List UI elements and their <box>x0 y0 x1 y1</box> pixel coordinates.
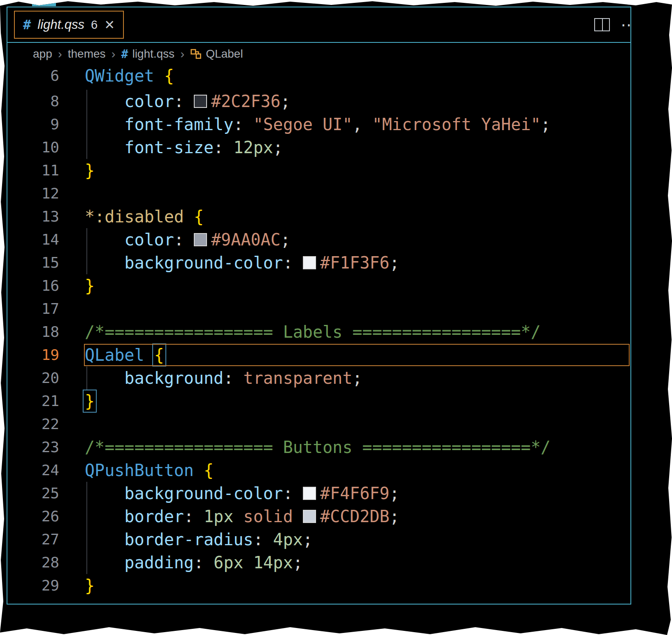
color-swatch[interactable] <box>303 256 316 269</box>
line-number: 9 <box>7 113 68 136</box>
code-line[interactable]: 29} <box>7 574 630 597</box>
sticky-scroll-line[interactable]: 6QWidget { <box>7 65 630 86</box>
hidden-line-gap <box>7 86 630 90</box>
line-number: 10 <box>7 136 68 159</box>
code-token: : <box>283 484 303 503</box>
code-token: 4px <box>273 530 303 549</box>
code-line[interactable]: 10 font-size: 12px; <box>7 136 630 159</box>
breadcrumb-label: QLabel <box>206 47 243 61</box>
code-text[interactable]: } <box>68 390 630 413</box>
code-text[interactable]: *:disabled { <box>68 205 630 228</box>
code-text[interactable]: } <box>68 274 630 297</box>
code-text[interactable]: background-color: #F4F6F9; <box>68 482 630 505</box>
code-line[interactable]: 8 color: #2C2F36; <box>7 90 630 113</box>
code-text[interactable]: padding: 6px 14px; <box>68 551 630 574</box>
breadcrumb-label: light.qss <box>132 47 174 61</box>
code-line[interactable]: 11} <box>7 159 630 182</box>
line-number: 22 <box>7 413 68 436</box>
matched-bracket: { <box>154 346 164 364</box>
breadcrumb-item-symbol[interactable]: QLabel <box>190 47 243 61</box>
line-number: 16 <box>7 274 68 297</box>
breadcrumb-item-themes[interactable]: themes <box>68 47 106 61</box>
code-line[interactable]: 21} <box>7 390 630 413</box>
code-text[interactable]: font-size: 12px; <box>68 136 630 159</box>
breadcrumb-item-file[interactable]: # light.qss <box>121 47 175 61</box>
line-number: 6 <box>7 65 68 86</box>
code-token: color <box>124 230 174 249</box>
code-token: : <box>174 92 194 111</box>
code-token: font-size <box>124 138 214 157</box>
code-editor[interactable]: 6QWidget {8 color: #2C2F36;9 font-family… <box>7 65 630 597</box>
code-line[interactable]: 23/*================= Buttons ==========… <box>7 436 630 459</box>
code-text[interactable]: color: #2C2F36; <box>68 90 630 113</box>
chevron-right-icon: › <box>112 47 116 61</box>
color-swatch[interactable] <box>303 510 316 523</box>
close-icon[interactable]: ✕ <box>104 19 115 31</box>
code-text[interactable] <box>68 413 630 436</box>
code-text[interactable]: } <box>68 159 630 182</box>
code-token: } <box>85 161 95 180</box>
code-line[interactable]: 9 font-family: "Segoe UI", "Microsoft Ya… <box>7 113 630 136</box>
editor-window: # light.qss 6 ✕ ⋯ app › themes › # light… <box>7 7 631 605</box>
code-token <box>154 66 164 85</box>
code-line[interactable]: 13*:disabled { <box>7 205 630 228</box>
code-token <box>233 507 243 526</box>
code-token: ; <box>303 530 313 549</box>
code-text[interactable]: QWidget { <box>68 65 630 86</box>
code-text[interactable]: } <box>68 574 630 597</box>
code-token: #2C2F36 <box>211 92 281 111</box>
code-text[interactable]: background: transparent; <box>68 367 630 390</box>
code-line[interactable]: 18/*================= Labels ===========… <box>7 320 630 343</box>
code-line[interactable]: 25 background-color: #F4F6F9; <box>7 482 630 505</box>
code-token <box>85 507 124 526</box>
code-line[interactable]: 15 background-color: #F1F3F6; <box>7 251 630 274</box>
code-token: , <box>352 115 372 134</box>
code-text[interactable]: border-radius: 4px; <box>68 528 630 551</box>
code-token: /*================= Labels =============… <box>85 322 541 341</box>
line-number: 26 <box>7 505 68 528</box>
breadcrumb-item-app[interactable]: app <box>33 47 52 61</box>
code-line[interactable]: 19QLabel { <box>7 343 630 367</box>
code-line[interactable]: 20 background: transparent; <box>7 367 630 390</box>
code-text[interactable]: border: 1px solid #CCD2DB; <box>68 505 630 528</box>
hash-file-icon: # <box>23 17 31 33</box>
code-token: ; <box>389 253 399 272</box>
code-text[interactable] <box>68 182 630 205</box>
torn-screenshot-backdrop: # light.qss 6 ✕ ⋯ app › themes › # light… <box>0 0 672 635</box>
line-number: 24 <box>7 459 68 482</box>
code-token <box>85 553 124 572</box>
color-swatch[interactable] <box>303 487 316 500</box>
code-line[interactable]: 27 border-radius: 4px; <box>7 528 630 551</box>
color-swatch[interactable] <box>194 233 207 246</box>
code-lines: 6QWidget {8 color: #2C2F36;9 font-family… <box>7 65 630 597</box>
code-token <box>184 207 194 226</box>
code-text[interactable] <box>68 297 630 320</box>
split-editor-icon[interactable] <box>594 18 610 31</box>
color-swatch[interactable] <box>194 95 207 108</box>
code-text[interactable]: /*================= Labels =============… <box>68 320 630 343</box>
line-number: 18 <box>7 320 68 343</box>
hash-file-icon: # <box>121 47 128 61</box>
code-text[interactable]: background-color: #F1F3F6; <box>68 251 630 274</box>
code-line[interactable]: 16} <box>7 274 630 297</box>
code-line[interactable]: 12 <box>7 182 630 205</box>
code-line[interactable]: 17 <box>7 297 630 320</box>
code-text[interactable]: QPushButton { <box>68 459 630 482</box>
code-token <box>144 346 154 364</box>
breadcrumb-label: themes <box>68 47 106 61</box>
tab-light-qss[interactable]: # light.qss 6 ✕ <box>14 11 124 39</box>
code-text[interactable]: QLabel { <box>68 343 630 367</box>
code-text[interactable]: /*================= Buttons ============… <box>68 436 630 459</box>
line-number: 13 <box>7 205 68 228</box>
code-text[interactable]: color: #9AA0AC; <box>68 228 630 251</box>
more-actions-icon[interactable]: ⋯ <box>621 15 631 34</box>
code-token: : <box>194 553 214 572</box>
breadcrumb-label: app <box>33 47 52 61</box>
code-line[interactable]: 24QPushButton { <box>7 459 630 482</box>
code-line[interactable]: 28 padding: 6px 14px; <box>7 551 630 574</box>
code-line[interactable]: 26 border: 1px solid #CCD2DB; <box>7 505 630 528</box>
code-line[interactable]: 22 <box>7 413 630 436</box>
line-number: 11 <box>7 159 68 182</box>
code-text[interactable]: font-family: "Segoe UI", "Microsoft YaHe… <box>68 113 630 136</box>
code-line[interactable]: 14 color: #9AA0AC; <box>7 228 630 251</box>
